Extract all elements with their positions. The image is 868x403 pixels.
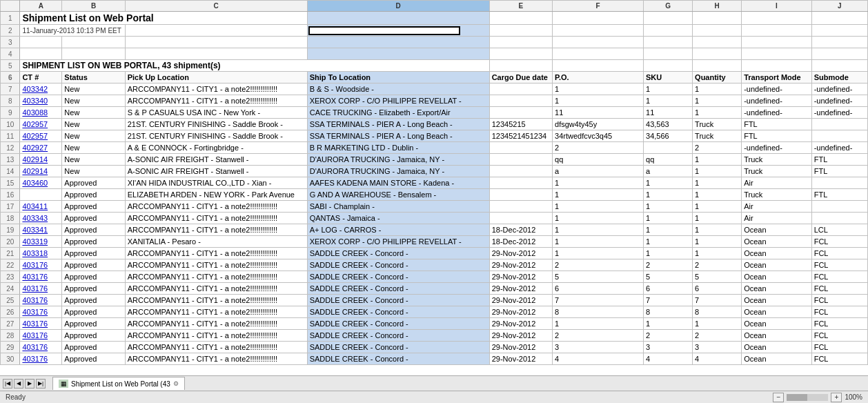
transport-cell: Ocean — [742, 236, 812, 248]
ct-cell[interactable]: 402957 — [20, 130, 62, 142]
ct-link[interactable]: 403343 — [22, 214, 48, 222]
ct-link[interactable]: 403318 — [22, 249, 48, 257]
corner-cell — [1, 1, 20, 12]
zoom-out-button[interactable]: − — [773, 393, 784, 402]
col-header-h[interactable]: H — [693, 1, 742, 12]
col-header-g[interactable]: G — [644, 1, 693, 12]
col-header-b[interactable]: B — [62, 1, 125, 12]
tab-scroll-left-first[interactable]: |◀ — [3, 379, 12, 389]
sku-cell: 1 — [644, 83, 693, 95]
ct-cell[interactable]: 403176 — [20, 342, 62, 353]
cell-d4[interactable] — [307, 48, 489, 60]
tab-scroll-left[interactable]: ◀ — [14, 379, 23, 389]
col-header-j[interactable]: J — [811, 1, 867, 12]
cell-d3[interactable] — [307, 37, 489, 48]
ct-link[interactable]: 403176 — [22, 343, 48, 351]
ct-link[interactable]: 403176 — [22, 308, 48, 316]
ct-cell[interactable]: 403318 — [20, 248, 62, 259]
ct-cell[interactable]: 403319 — [20, 236, 62, 248]
ct-link[interactable]: 403176 — [22, 284, 48, 293]
ct-cell[interactable]: 403176 — [20, 271, 62, 283]
table-row: 17403411ApprovedARCCOMPANY11 - CITY1 - a… — [1, 201, 868, 213]
zoom-slider[interactable] — [787, 394, 828, 401]
ct-cell[interactable]: 402927 — [20, 142, 62, 154]
ct-link[interactable]: 403340 — [22, 97, 48, 105]
ct-cell[interactable]: 403460 — [20, 177, 62, 189]
table-row: 15403460ApprovedXI'AN HIDA INDUSTRIAL CO… — [1, 177, 868, 189]
ct-cell[interactable]: 403176 — [20, 259, 62, 271]
ct-link[interactable]: 403176 — [22, 273, 48, 281]
ct-cell — [20, 189, 62, 201]
ct-cell[interactable]: 403176 — [20, 295, 62, 306]
ct-cell[interactable]: 403343 — [20, 213, 62, 224]
ct-link[interactable]: 403088 — [22, 108, 48, 117]
status-cell: Approved — [62, 318, 125, 330]
col-label-status: Status — [62, 72, 125, 83]
ct-cell[interactable]: 402914 — [20, 154, 62, 166]
ct-link[interactable]: 402957 — [22, 120, 48, 128]
ct-cell[interactable]: 403176 — [20, 318, 62, 330]
ct-cell[interactable]: 403176 — [20, 353, 62, 365]
ct-link[interactable]: 403460 — [22, 179, 48, 187]
ct-cell[interactable]: 403340 — [20, 95, 62, 107]
ct-link[interactable]: 403319 — [22, 237, 48, 246]
ct-cell[interactable]: 403176 — [20, 306, 62, 318]
cargo-due-cell — [489, 201, 552, 213]
ship-to-cell: XEROX CORP - C/O PHILIPPE REVELLAT - — [307, 95, 489, 107]
ct-cell[interactable]: 403341 — [20, 224, 62, 236]
grid-area[interactable]: A B C D E F G H I J 1 Shipment List on W… — [0, 0, 868, 375]
tab-scroll-right[interactable]: ▶ — [25, 379, 34, 389]
table-row: 30403176ApprovedARCCOMPANY11 - CITY1 - a… — [1, 353, 868, 365]
table-row: 1 Shipment List on Web Portal — [1, 12, 868, 25]
ct-link[interactable]: 403176 — [22, 320, 48, 328]
ct-cell[interactable]: 403088 — [20, 107, 62, 119]
ct-link[interactable]: 403176 — [22, 331, 48, 340]
zoom-in-button[interactable]: + — [831, 393, 842, 402]
table-row: 23403176ApprovedARCCOMPANY11 - CITY1 - a… — [1, 271, 868, 283]
table-row: 29403176ApprovedARCCOMPANY11 - CITY1 - a… — [1, 342, 868, 353]
cell-i1 — [742, 12, 812, 25]
transport-cell: Ocean — [742, 259, 812, 271]
col-header-c[interactable]: C — [125, 1, 307, 12]
ct-cell[interactable]: 403411 — [20, 201, 62, 213]
table-row: 25403176ApprovedARCCOMPANY11 - CITY1 - a… — [1, 295, 868, 306]
pickup-cell: XANITALIA - Pesaro - — [125, 236, 307, 248]
ct-link[interactable]: 403341 — [22, 226, 48, 234]
ct-cell[interactable]: 403342 — [20, 83, 62, 95]
row-num-cell: 24 — [1, 283, 20, 295]
sheet-tab[interactable]: ▦ Shipment List on Web Portal (43 ⚙ — [52, 377, 185, 390]
col-header-i[interactable]: I — [742, 1, 812, 12]
ct-link[interactable]: 402914 — [22, 155, 48, 164]
row-num-cell: 13 — [1, 154, 20, 166]
po-cell: 11 — [553, 107, 644, 119]
col-header-f[interactable]: F — [553, 1, 644, 12]
row-num-cell: 17 — [1, 201, 20, 213]
ct-cell[interactable]: 402957 — [20, 119, 62, 130]
input-box[interactable] — [308, 26, 460, 35]
col-label-transport: Transport Mode — [742, 72, 812, 83]
input-cell-d2[interactable] — [307, 25, 489, 37]
cell-f4 — [553, 48, 644, 60]
cell-e1 — [489, 12, 552, 25]
ct-link[interactable]: 403176 — [22, 355, 48, 363]
sku-cell: 1 — [644, 189, 693, 201]
ct-cell[interactable]: 403176 — [20, 283, 62, 295]
cell-d1[interactable] — [307, 12, 489, 25]
tab-scroll-right-last[interactable]: ▶| — [36, 379, 46, 389]
ct-link[interactable]: 402957 — [22, 132, 48, 140]
col-header-e[interactable]: E — [489, 1, 552, 12]
ct-cell[interactable]: 402914 — [20, 166, 62, 177]
ship-to-cell: SADDLE CREEK - Concord - — [307, 318, 489, 330]
ct-link[interactable]: 403176 — [22, 296, 48, 304]
col-header-d[interactable]: D — [307, 1, 489, 12]
ct-link[interactable]: 403176 — [22, 261, 48, 269]
ct-link[interactable]: 402914 — [22, 167, 48, 175]
ct-cell[interactable]: 403176 — [20, 330, 62, 342]
ct-link[interactable]: 403411 — [22, 202, 48, 210]
ct-link[interactable]: 403342 — [22, 85, 48, 93]
qty-cell: 1 — [693, 95, 742, 107]
status-cell: New — [62, 107, 125, 119]
cell-g3 — [644, 37, 693, 48]
ct-link[interactable]: 402927 — [22, 144, 48, 152]
col-header-a[interactable]: A — [20, 1, 62, 12]
